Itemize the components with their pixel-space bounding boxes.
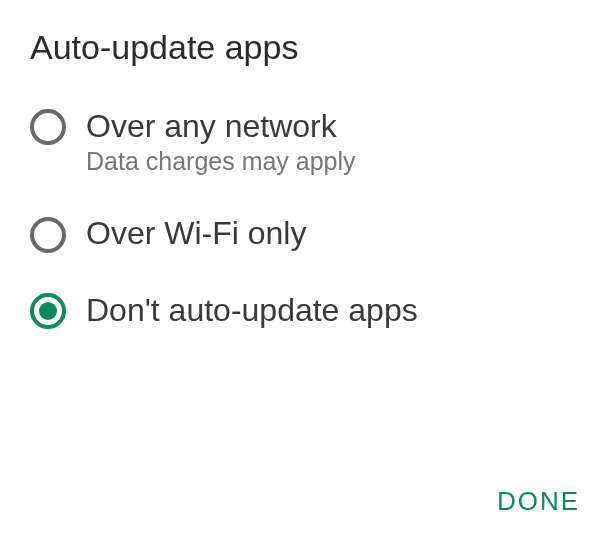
radio-icon xyxy=(30,293,66,329)
radio-option-wifi-only[interactable]: Over Wi-Fi only xyxy=(30,214,580,252)
radio-label: Don't auto-update apps xyxy=(86,291,418,329)
radio-texts: Over Wi-Fi only xyxy=(86,214,306,252)
radio-icon xyxy=(30,217,66,253)
radio-label: Over Wi-Fi only xyxy=(86,214,306,252)
radio-icon xyxy=(30,109,66,145)
dialog-title: Auto-update apps xyxy=(30,28,580,67)
radio-texts: Over any network Data charges may apply xyxy=(86,107,356,176)
radio-sublabel: Data charges may apply xyxy=(86,147,356,176)
radio-option-dont-update[interactable]: Don't auto-update apps xyxy=(30,291,580,329)
radio-group: Over any network Data charges may apply … xyxy=(30,107,580,329)
done-button[interactable]: DONE xyxy=(497,486,580,517)
radio-option-any-network[interactable]: Over any network Data charges may apply xyxy=(30,107,580,176)
radio-label: Over any network xyxy=(86,107,356,145)
radio-texts: Don't auto-update apps xyxy=(86,291,418,329)
